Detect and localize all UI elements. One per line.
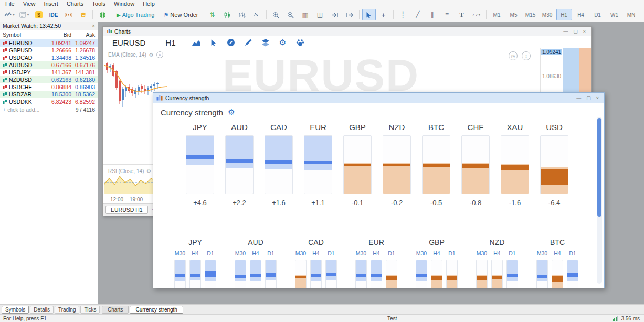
menu-charts[interactable]: Charts bbox=[62, 0, 88, 8]
scrollbar-thumb[interactable] bbox=[597, 118, 601, 217]
chart-timeframe-label[interactable]: H1 bbox=[165, 38, 175, 47]
market-watch-tab-ticks[interactable]: Ticks bbox=[80, 306, 100, 314]
crosshair-tool-button[interactable]: + bbox=[377, 9, 390, 20]
timeframe-button-h1[interactable]: H1 bbox=[556, 9, 572, 20]
tile-windows-button[interactable]: ◫ bbox=[313, 9, 327, 20]
market-watch-tab-details[interactable]: Details bbox=[30, 306, 54, 314]
column-symbol[interactable]: Symbol bbox=[0, 31, 44, 38]
market-watch-tab-trading[interactable]: Trading bbox=[55, 306, 80, 314]
timeframe-label[interactable]: H4 bbox=[493, 250, 500, 257]
line-chart-button[interactable] bbox=[250, 9, 263, 20]
timeframe-label[interactable]: D1 bbox=[267, 250, 274, 257]
strength-column-xau[interactable]: XAU-1.6 bbox=[501, 123, 529, 207]
market-watch-header[interactable]: Market Watch: 13:42:50 × bbox=[0, 22, 98, 30]
close-icon[interactable]: × bbox=[583, 29, 586, 34]
auto-scroll-button[interactable] bbox=[328, 9, 342, 20]
timeframe-label[interactable]: H4 bbox=[252, 250, 259, 257]
timeframe-label[interactable]: D1 bbox=[328, 250, 334, 257]
timeframe-label[interactable]: M30 bbox=[175, 250, 185, 257]
chart-shift-button[interactable] bbox=[343, 9, 356, 20]
chart-tab-eurusd-h1[interactable]: EURUSD H1 bbox=[105, 206, 148, 214]
menu-help[interactable]: Help bbox=[139, 0, 159, 8]
strength-column-gbp[interactable]: GBP-0.1 bbox=[344, 123, 371, 207]
strength-column-btc[interactable]: BTC-0.5 bbox=[423, 123, 450, 207]
maximize-icon[interactable]: ▢ bbox=[586, 95, 591, 101]
remove-indicator-icon[interactable]: × bbox=[156, 51, 163, 58]
menu-file[interactable]: File bbox=[1, 0, 19, 8]
market-watch-button[interactable]: $ bbox=[32, 9, 46, 20]
objects-button[interactable] bbox=[295, 38, 305, 47]
gear-icon[interactable]: ⚙ bbox=[149, 52, 154, 58]
minimize-icon[interactable]: — bbox=[576, 95, 581, 101]
timeframe-button-m15[interactable]: M15 bbox=[523, 9, 539, 20]
vertical-line-tool-button[interactable]: ┊ bbox=[396, 9, 410, 20]
timeframe-label[interactable]: H4 bbox=[192, 250, 198, 257]
profiles-button[interactable]: ▾ bbox=[17, 9, 31, 20]
timeframe-button-h4[interactable]: H4 bbox=[573, 9, 589, 20]
timeframe-button-m5[interactable]: M5 bbox=[506, 9, 522, 20]
strength-column-cad[interactable]: CAD+1.6 bbox=[265, 123, 292, 207]
menu-insert[interactable]: Insert bbox=[39, 0, 62, 8]
strength-column-eur[interactable]: EUR+1.1 bbox=[304, 123, 332, 207]
market-watch-row-usdcad[interactable]: USDCAD1.344981.34516 bbox=[0, 54, 98, 61]
area-chart-button[interactable] bbox=[192, 38, 201, 47]
timeframe-button-m30[interactable]: M30 bbox=[540, 9, 555, 20]
history-icon[interactable]: ◷ bbox=[509, 51, 518, 60]
gear-icon[interactable]: ⚙ bbox=[228, 108, 235, 117]
market-watch-row-gbpusd[interactable]: GBPUSD1.266661.26678 bbox=[0, 47, 98, 54]
market-watch-row-usddkk[interactable]: USDDKK6.824236.82592 bbox=[0, 98, 98, 105]
strength-column-aud[interactable]: AUD+2.2 bbox=[226, 123, 253, 207]
zoom-out-button[interactable] bbox=[284, 9, 298, 20]
timeframe-button-mn[interactable]: MN bbox=[624, 9, 639, 20]
ide-button[interactable]: IDE bbox=[47, 9, 60, 20]
navigate-button[interactable] bbox=[226, 38, 236, 47]
market-watch-row-usdchf[interactable]: USDCHF0.868840.86903 bbox=[0, 83, 98, 91]
timeframe-label[interactable]: M30 bbox=[235, 250, 246, 257]
timeframe-label[interactable]: M30 bbox=[416, 250, 427, 257]
gear-icon[interactable]: ⚙ bbox=[146, 168, 151, 174]
timeframe-label[interactable]: D1 bbox=[207, 250, 214, 257]
timeframe-label[interactable]: M30 bbox=[356, 250, 366, 257]
charts-window-titlebar[interactable]: Charts — ▢ × bbox=[103, 27, 591, 36]
algo-trading-button[interactable]: ▶ Algo Trading bbox=[115, 9, 156, 20]
expand-icon[interactable]: ↕ bbox=[522, 51, 531, 60]
scrollbar[interactable] bbox=[597, 117, 602, 284]
timeframe-label[interactable]: M30 bbox=[477, 250, 487, 257]
chart-symbol-label[interactable]: EURUSD bbox=[112, 38, 145, 47]
strength-column-jpy[interactable]: JPY+4.6 bbox=[186, 123, 214, 207]
column-bid[interactable]: Bid bbox=[44, 31, 71, 38]
cursor-tool-button[interactable] bbox=[362, 9, 376, 20]
search-button[interactable] bbox=[640, 9, 644, 20]
close-icon[interactable]: × bbox=[596, 95, 599, 101]
chart-window-button[interactable]: ▾ bbox=[3, 9, 16, 20]
strength-column-nzd[interactable]: NZD-0.2 bbox=[383, 123, 410, 207]
new-order-button[interactable]: ⚑ New Order bbox=[162, 9, 199, 20]
timeframe-button-d1[interactable]: D1 bbox=[590, 9, 606, 20]
chart-settings-button[interactable]: ⚙ bbox=[278, 38, 288, 47]
window-tab-charts[interactable]: Charts bbox=[102, 306, 129, 314]
academy-button[interactable] bbox=[76, 9, 90, 20]
layers-button[interactable] bbox=[261, 38, 270, 47]
market-watch-row-audusd[interactable]: AUDUSD0.671660.67176 bbox=[0, 61, 98, 69]
timeframe-label[interactable]: D1 bbox=[448, 250, 455, 257]
market-watch-row-usdjpy[interactable]: USDJPY141.367141.381 bbox=[0, 69, 98, 76]
column-ask[interactable]: Ask bbox=[71, 31, 98, 38]
timeframe-button-m1[interactable]: M1 bbox=[489, 9, 505, 20]
market-watch-add-row[interactable]: + click to add... 9 / 4116 bbox=[0, 105, 98, 113]
text-tool-button[interactable]: T bbox=[455, 9, 469, 20]
chart-cursor-button[interactable] bbox=[209, 38, 218, 47]
timeframe-label[interactable]: M30 bbox=[295, 250, 306, 257]
bar-chart-button[interactable] bbox=[235, 9, 249, 20]
market-watch-row-eurusd[interactable]: EURUSD1.092411.09247 bbox=[0, 39, 98, 47]
strength-column-usd[interactable]: USD-6.4 bbox=[541, 123, 568, 207]
menu-view[interactable]: View bbox=[19, 0, 40, 8]
grid-button[interactable]: ▦ bbox=[299, 9, 312, 20]
minimize-icon[interactable]: — bbox=[563, 29, 568, 34]
window-tab-currency-strength[interactable]: Currency strength bbox=[130, 306, 183, 314]
timeframe-label[interactable]: D1 bbox=[509, 250, 515, 257]
status-connection[interactable]: 3.56 ms bbox=[613, 316, 644, 321]
currency-strength-titlebar[interactable]: Currency strength — ▢ × bbox=[153, 93, 604, 103]
timeframe-label[interactable]: H4 bbox=[312, 250, 319, 257]
candlestick-chart-button[interactable] bbox=[220, 9, 234, 20]
timeframe-label[interactable]: H4 bbox=[373, 250, 379, 257]
